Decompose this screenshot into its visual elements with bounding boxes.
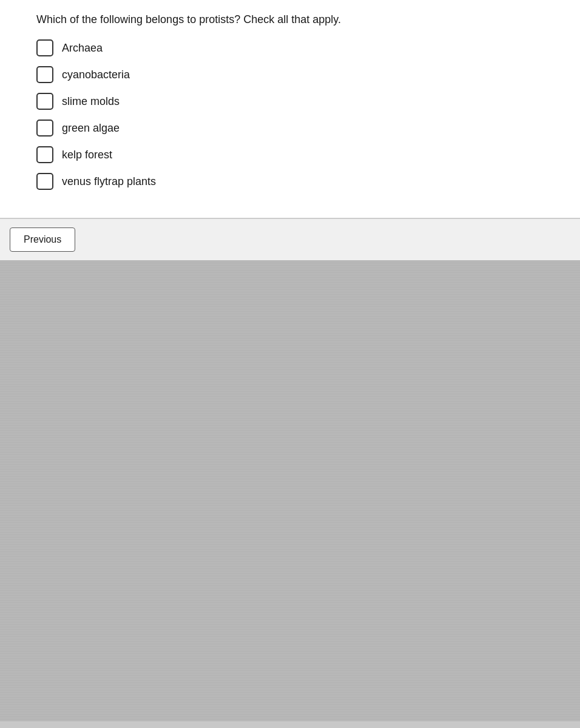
checkbox-green-algae[interactable] — [36, 120, 53, 136]
list-item: cyanobacteria — [36, 66, 544, 83]
previous-button[interactable]: Previous — [10, 228, 75, 252]
option-label-kelp-forest: kelp forest — [62, 149, 112, 161]
checkbox-cyanobacteria[interactable] — [36, 66, 53, 83]
background-area — [0, 260, 580, 721]
list-item: slime molds — [36, 93, 544, 110]
navigation-bar: Previous — [0, 218, 580, 260]
question-panel: Which of the following belongs to protis… — [0, 0, 580, 218]
list-item: venus flytrap plants — [36, 173, 544, 190]
option-label-cyanobacteria: cyanobacteria — [62, 69, 130, 81]
list-item: kelp forest — [36, 146, 544, 163]
option-label-slime-molds: slime molds — [62, 95, 120, 108]
checkbox-archaea[interactable] — [36, 39, 53, 56]
question-text: Which of the following belongs to protis… — [36, 12, 544, 27]
checkbox-venus-flytrap[interactable] — [36, 173, 53, 190]
option-label-archaea: Archaea — [62, 42, 103, 55]
list-item: green algae — [36, 120, 544, 136]
options-list: Archaea cyanobacteria slime molds green … — [36, 39, 544, 190]
checkbox-kelp-forest[interactable] — [36, 146, 53, 163]
list-item: Archaea — [36, 39, 544, 56]
option-label-green-algae: green algae — [62, 122, 120, 135]
checkbox-slime-molds[interactable] — [36, 93, 53, 110]
option-label-venus-flytrap: venus flytrap plants — [62, 175, 156, 188]
